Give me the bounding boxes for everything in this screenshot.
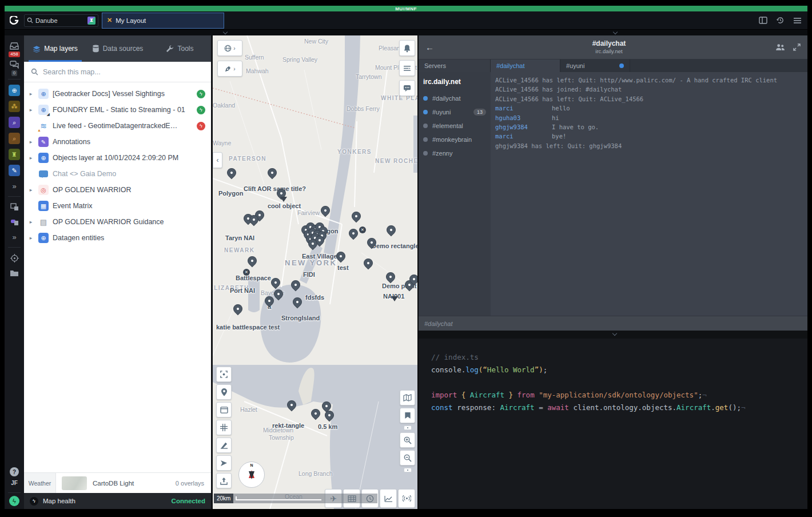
global-search-input[interactable] bbox=[35, 17, 85, 24]
inbox-icon[interactable] bbox=[7, 39, 21, 52]
network-app-icon[interactable]: ⁂ bbox=[9, 101, 20, 112]
layer-row[interactable]: Event Matrix bbox=[24, 198, 211, 214]
chat-message-input[interactable] bbox=[424, 320, 802, 327]
map-chat-button[interactable] bbox=[399, 80, 415, 96]
layer-caret-icon[interactable]: ▸ bbox=[27, 235, 34, 241]
channel-item[interactable]: #uyuni13 bbox=[423, 105, 486, 119]
map-object-label: 0.5 km bbox=[318, 423, 337, 430]
object-filter-icon[interactable]: ⧗ bbox=[87, 17, 95, 25]
user-avatar[interactable]: JF bbox=[11, 480, 18, 486]
bookmark-button[interactable] bbox=[400, 408, 415, 423]
grid-button[interactable] bbox=[216, 420, 232, 435]
zoom-handle-icon[interactable] bbox=[404, 468, 412, 472]
collapse-top-right-icon[interactable] bbox=[613, 30, 618, 34]
collapse-top-left-icon[interactable] bbox=[223, 30, 228, 34]
compass[interactable]: N bbox=[238, 462, 265, 488]
rail-expand-icon[interactable]: » bbox=[7, 180, 21, 192]
panel-collapse-handle[interactable]: ‹ bbox=[213, 152, 222, 168]
layer-row[interactable]: ▸Datagen entities bbox=[24, 230, 211, 246]
folder-icon[interactable] bbox=[7, 267, 21, 279]
elevation-button[interactable] bbox=[380, 489, 397, 508]
workspace-icon[interactable] bbox=[7, 216, 21, 228]
layer-row[interactable]: Live feed - GeotimeDatagentrackedE…ϟ bbox=[24, 118, 211, 134]
draw-toggle-button[interactable]: › bbox=[217, 61, 242, 77]
drop-pin-button[interactable] bbox=[216, 384, 232, 400]
menu-list-icon[interactable] bbox=[793, 16, 802, 25]
rail-expand2-icon[interactable]: » bbox=[7, 230, 21, 243]
back-arrow-icon[interactable]: ← bbox=[425, 42, 443, 52]
channel-tab-dailychat[interactable]: #dailychat bbox=[491, 59, 560, 72]
layer-row[interactable]: ▸OP GOLDEN WARRIOR Guidance bbox=[24, 214, 211, 230]
object-explorer-app-icon[interactable]: ⌕ bbox=[9, 117, 20, 128]
legend-button[interactable] bbox=[399, 60, 415, 76]
hierarchy-app-icon[interactable]: ♜ bbox=[9, 149, 20, 160]
tab-data-sources[interactable]: Data sources bbox=[86, 35, 149, 62]
channel-tab-uyuni[interactable]: #uyuni bbox=[560, 59, 630, 72]
members-icon[interactable] bbox=[775, 43, 785, 51]
query-app-icon[interactable]: ⌕ bbox=[9, 133, 20, 144]
layer-row[interactable]: ▸OP GOLDEN WARRIOR bbox=[24, 182, 211, 198]
channel-item[interactable]: #elemental bbox=[423, 119, 486, 133]
basemap-thumbnail[interactable] bbox=[62, 476, 87, 490]
annotate-app-icon[interactable]: ✎ bbox=[9, 165, 20, 176]
weather-button[interactable]: Weather bbox=[24, 473, 56, 493]
comments-icon[interactable] bbox=[7, 58, 21, 71]
zoom-out-button[interactable] bbox=[400, 450, 415, 466]
gaia-logo-icon[interactable] bbox=[5, 16, 24, 25]
windows-icon[interactable] bbox=[7, 201, 21, 213]
measure-button[interactable] bbox=[216, 438, 232, 453]
layer-caret-icon[interactable]: ▸ bbox=[27, 219, 34, 225]
history-icon[interactable] bbox=[775, 16, 785, 25]
basemap-fold-button[interactable] bbox=[400, 390, 415, 405]
notifications-button[interactable] bbox=[399, 40, 415, 56]
tab-map-layers[interactable]: Map layers bbox=[24, 35, 86, 62]
channel-item[interactable]: #monkeybrain bbox=[423, 133, 486, 146]
message-list[interactable]: ACLive_14566 has left: Quit: http//www.p… bbox=[491, 72, 807, 316]
layout-tab[interactable]: ✕ My Layout bbox=[102, 13, 224, 29]
map-triangle-marker[interactable] bbox=[280, 197, 287, 205]
chat-channel-title: #dailychat bbox=[443, 39, 775, 48]
channel-item[interactable]: #dailychat bbox=[423, 92, 486, 105]
live-broadcast-button[interactable] bbox=[398, 489, 415, 508]
map-search[interactable] bbox=[24, 62, 211, 82]
server-name[interactable]: irc.daily.net bbox=[423, 78, 486, 86]
map-canvas[interactable]: New CityPleasantvilleSuffernSpring Valle… bbox=[213, 35, 417, 509]
expand-icon[interactable] bbox=[793, 43, 801, 51]
collapse-chat-icon[interactable] bbox=[612, 331, 617, 336]
map-health-bar[interactable]: ϟ Map health Connected bbox=[24, 493, 211, 509]
viewport-button[interactable] bbox=[216, 402, 232, 417]
basemap-name[interactable]: CartoDB Light bbox=[93, 480, 176, 487]
layer-caret-icon[interactable]: ▸ bbox=[27, 187, 34, 193]
map-cross-marker[interactable]: ✕ bbox=[359, 226, 366, 233]
layer-caret-icon[interactable]: ▸ bbox=[27, 91, 34, 97]
export-button[interactable] bbox=[216, 473, 232, 488]
center-focus-button[interactable] bbox=[216, 367, 232, 382]
servers-tab[interactable]: Servers bbox=[419, 59, 491, 72]
tab-tools[interactable]: Tools bbox=[149, 35, 211, 62]
bearing-button[interactable] bbox=[216, 455, 232, 471]
basemap-toggle-button[interactable]: › bbox=[217, 40, 242, 56]
layer-row[interactable]: ▸Annotations bbox=[24, 134, 211, 150]
layer-caret-icon[interactable]: ▸ bbox=[27, 139, 34, 145]
overlays-count[interactable]: 0 overlays bbox=[176, 480, 211, 487]
layer-row[interactable]: ▸FOUNDRY EML - Static to Streaming - 01ϟ bbox=[24, 102, 211, 118]
locate-icon[interactable] bbox=[7, 252, 21, 264]
globe-app-icon[interactable]: ⊕ bbox=[9, 85, 20, 96]
status-bolt-icon[interactable]: ϟ bbox=[9, 496, 19, 506]
code-editor[interactable]: // index.tsconsole.log(“Hello World”); i… bbox=[419, 339, 807, 509]
channel-dot-icon bbox=[423, 137, 428, 142]
map-triangle-marker[interactable] bbox=[391, 296, 398, 305]
map-cross-marker[interactable]: ✕ bbox=[243, 269, 250, 276]
layer-row[interactable]: ▸[Geotracker Docs] Vessel Sightingsϟ bbox=[24, 86, 211, 102]
layer-caret-icon[interactable]: ▸ bbox=[27, 155, 34, 161]
panels-icon[interactable] bbox=[758, 16, 767, 25]
help-icon[interactable]: ? bbox=[10, 467, 19, 476]
layer-caret-icon[interactable]: ▸ bbox=[27, 107, 34, 113]
global-search[interactable]: ⧗ bbox=[24, 14, 98, 27]
zoom-in-button[interactable] bbox=[400, 432, 415, 448]
zoom-handle-icon[interactable] bbox=[404, 425, 412, 430]
map-search-input[interactable] bbox=[43, 68, 204, 76]
layer-row[interactable]: Chat <> Gaia Demo bbox=[24, 166, 211, 182]
channel-item[interactable]: #zenny bbox=[423, 146, 486, 160]
layer-row[interactable]: ▸Objects layer at 10/01/2024 2:09:20 PM bbox=[24, 150, 211, 166]
